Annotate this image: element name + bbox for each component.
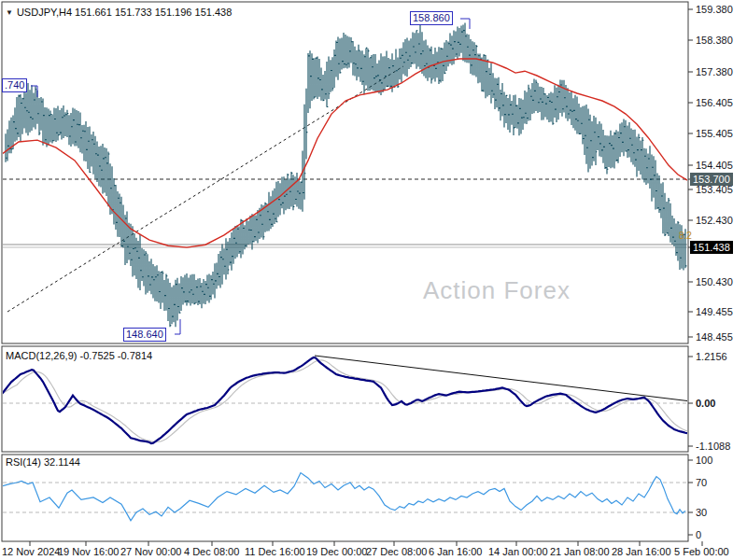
macd-axis-label[interactable]: 1.2156 (696, 351, 727, 362)
macd-axis-label[interactable]: 0.00 (696, 398, 715, 409)
price-axis-label[interactable]: 149.455 (696, 306, 733, 317)
macd-pane[interactable] (2, 346, 688, 452)
candlesticks[interactable] (6, 22, 686, 327)
price-axis-label[interactable]: 158.380 (696, 35, 733, 46)
macd-main-line (2, 357, 687, 443)
rsi-axis-label[interactable]: 0 (696, 529, 701, 540)
high-price-annotation[interactable]: 158.860 (410, 11, 453, 25)
fib-level-label: 8.2 (679, 231, 692, 241)
chart-canvas[interactable] (0, 0, 747, 560)
price-axis-label[interactable]: 150.430 (696, 276, 733, 287)
symbol-ohlc-header: ▼USDJPY,H4 151.661 151.733 151.196 151.4… (6, 7, 232, 18)
price-axis-label[interactable]: 155.405 (696, 128, 733, 139)
level-price-badge: 153.700 (690, 173, 733, 186)
time-axis-label[interactable]: 6 Jan 16:00 (429, 546, 483, 557)
time-axis-label[interactable]: 27 Nov 00:00 (120, 546, 181, 557)
time-axis-label[interactable]: 28 Jan 16:00 (612, 546, 671, 557)
macd-axis-label[interactable]: -1.1088 (696, 441, 730, 452)
time-axis-label[interactable]: 11 Dec 16:00 (245, 546, 305, 557)
rsi-pane[interactable] (2, 455, 688, 541)
current-price-badge: 151.438 (690, 241, 733, 254)
rsi-axis-label[interactable]: 100 (696, 455, 712, 466)
macd-trendline[interactable] (315, 356, 691, 401)
rsi-axis-label[interactable]: 30 (696, 507, 707, 518)
time-axis-label[interactable]: 27 Dec 08:00 (366, 546, 427, 557)
symbol-dropdown-icon[interactable]: ▼ (6, 8, 13, 17)
rsi-axis-label[interactable]: 70 (696, 477, 707, 488)
time-axis-label[interactable]: 5 Feb 00:00 (674, 546, 729, 557)
low-price-annotation[interactable]: 148.640 (123, 328, 166, 342)
price-axis-label[interactable]: 157.380 (696, 66, 733, 77)
macd-signal-line (2, 360, 687, 442)
macd-indicator-label: MACD(12,26,9) -0.7525 -0.7814 (6, 350, 152, 361)
time-axis-label[interactable]: 4 Dec 08:00 (184, 546, 239, 557)
left-high-price-annotation[interactable]: .740 (2, 78, 27, 92)
time-axis-label[interactable]: 21 Jan 08:00 (550, 546, 610, 557)
rsi-line (2, 473, 685, 521)
price-axis-label[interactable]: 152.430 (696, 215, 733, 226)
price-axis-label[interactable]: 148.455 (696, 331, 733, 343)
price-axis-label[interactable]: 159.380 (696, 4, 733, 15)
time-axis-label[interactable]: 14 Jan 00:00 (488, 546, 548, 557)
time-axis-label[interactable]: 19 Nov 16:00 (58, 546, 119, 557)
price-axis-label[interactable]: 156.405 (696, 97, 733, 108)
symbol-ohlc-text: USDJPY,H4 151.661 151.733 151.196 151.43… (17, 7, 232, 18)
time-axis-label[interactable]: 12 Nov 2024 (2, 546, 60, 557)
rsi-indicator-label: RSI(14) 32.1144 (6, 456, 80, 468)
chart-window: Action Forex ▼USDJPY,H4 151.661 151.733 … (0, 0, 747, 560)
time-axis-label[interactable]: 19 Dec 00:00 (306, 546, 367, 557)
price-axis-label[interactable]: 154.405 (696, 160, 733, 171)
